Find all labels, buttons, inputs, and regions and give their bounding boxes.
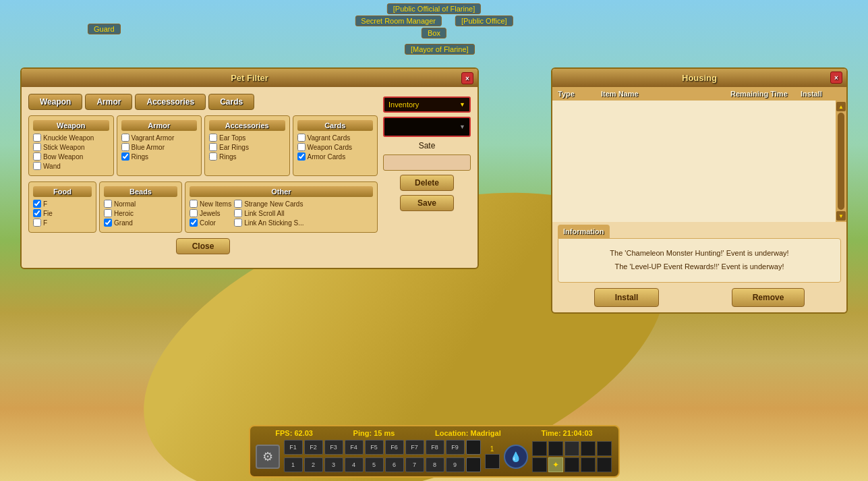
other-label-2: Jewels — [200, 210, 221, 217]
inv-slot-5[interactable] — [597, 441, 612, 456]
empty-input-bar[interactable] — [383, 154, 471, 171]
weapon-section: Weapon Knuckle Weapon Stick Weapon Bow W… — [28, 115, 114, 176]
inv-slot-9[interactable] — [597, 457, 612, 472]
category-tabs: Weapon Armor Accessories Cards — [28, 94, 378, 110]
weapon-item-2: Stick Weapon — [33, 143, 109, 151]
num5-btn[interactable]: 5 — [365, 457, 384, 472]
num3-btn[interactable]: 3 — [324, 457, 343, 472]
f2-btn[interactable]: F2 — [304, 440, 323, 455]
armor-check-2[interactable] — [121, 143, 129, 151]
food-check-1[interactable] — [33, 200, 41, 208]
public-official-label: [Public Official of Flarine] — [387, 3, 481, 14]
f4-btn[interactable]: F4 — [345, 440, 364, 455]
hotkey-slot-f[interactable] — [466, 440, 481, 455]
save-button[interactable]: Save — [400, 195, 454, 211]
armor-check-1[interactable] — [121, 134, 129, 142]
delete-button[interactable]: Delete — [400, 175, 454, 191]
other-check-6[interactable] — [234, 219, 242, 227]
cards-section: Cards Vagrant Cards Weapon Cards Armor C… — [293, 115, 378, 176]
beads-check-2[interactable] — [104, 209, 112, 217]
f3-btn[interactable]: F3 — [324, 440, 343, 455]
housing-close-button[interactable]: × — [830, 72, 842, 84]
other-check-3[interactable] — [190, 219, 198, 227]
pet-filter-close-btn[interactable]: Close — [176, 238, 230, 254]
weapon-check-2[interactable] — [33, 143, 41, 151]
food-check-2[interactable] — [33, 209, 41, 217]
other-check-1[interactable] — [190, 200, 198, 208]
num1-btn[interactable]: 1 — [284, 457, 303, 472]
pet-filter-close-button[interactable]: × — [461, 72, 473, 84]
bottom-sections: Food F Fie F — [28, 181, 378, 233]
install-button[interactable]: Install — [594, 288, 660, 307]
other-check-5[interactable] — [234, 209, 242, 217]
guard-label: Guard — [88, 24, 121, 36]
settings-icon[interactable]: ⚙ — [256, 445, 280, 469]
f7-btn[interactable]: F7 — [405, 440, 424, 455]
weapon-check-4[interactable] — [33, 162, 41, 170]
housing-list-area[interactable] — [552, 101, 846, 222]
food-header: Food — [33, 186, 92, 197]
f9-btn[interactable]: F9 — [446, 440, 465, 455]
cards-check-3[interactable] — [297, 152, 306, 161]
beads-check-3[interactable] — [104, 219, 112, 227]
scroll-down-arrow[interactable]: ▼ — [836, 211, 846, 221]
inv-slot-7[interactable] — [565, 457, 579, 472]
counter-slot[interactable] — [485, 454, 500, 469]
inv-slot-3[interactable] — [565, 441, 579, 456]
armor-check-3[interactable] — [121, 152, 129, 161]
num8-btn[interactable]: 8 — [426, 457, 444, 472]
status-bar: FPS: 62.03 Ping: 15 ms Location: Madriga… — [249, 425, 620, 478]
num2-btn[interactable]: 2 — [304, 457, 323, 472]
accessories-tab[interactable]: Accessories — [135, 94, 206, 110]
dark-input-field[interactable]: ▼ — [383, 117, 471, 137]
inv-slot-coin[interactable]: ✦ — [548, 457, 563, 472]
item-name-column-header: Item Name — [601, 90, 728, 98]
weapon-label-4: Wand — [43, 163, 61, 170]
accessories-check-3[interactable] — [209, 152, 217, 161]
other-label-5: Link Scroll All — [244, 210, 284, 217]
other-label-1: New Items — [200, 200, 231, 208]
cards-check-1[interactable] — [297, 134, 306, 142]
f1-btn[interactable]: F1 — [284, 440, 303, 455]
accessories-label-1: Ear Tops — [219, 134, 245, 142]
hotkey-slot-n[interactable] — [466, 457, 481, 472]
f5-btn[interactable]: F5 — [365, 440, 384, 455]
inv-slot-6[interactable] — [532, 457, 547, 472]
inv-slot-8[interactable] — [581, 457, 596, 472]
weapon-check-1[interactable] — [33, 134, 41, 142]
inv-slot-2[interactable] — [548, 441, 563, 456]
beads-item-1: Normal — [104, 200, 177, 208]
accessories-check-2[interactable] — [209, 143, 217, 151]
f8-btn[interactable]: F8 — [426, 440, 444, 455]
inv-slot-4[interactable] — [581, 441, 596, 456]
pet-filter-title-bar: Pet Filter × — [22, 69, 478, 87]
top-npc-labels: [Public Official of Flarine] Secret Room… — [355, 3, 513, 40]
inv-slot-1[interactable] — [532, 441, 547, 456]
other-check-4[interactable] — [234, 200, 242, 208]
num4-btn[interactable]: 4 — [345, 457, 364, 472]
accessories-check-1[interactable] — [209, 134, 217, 142]
beads-check-1[interactable] — [104, 200, 112, 208]
potion-icon[interactable]: 💧 — [504, 445, 528, 469]
food-label-2: Fie — [43, 210, 53, 217]
box-label: Box — [422, 28, 446, 38]
num9-btn[interactable]: 9 — [446, 457, 465, 472]
food-check-3[interactable] — [33, 219, 41, 227]
cards-item-1: Vagrant Cards — [297, 134, 374, 142]
remove-button[interactable]: Remove — [732, 288, 805, 307]
num6-btn[interactable]: 6 — [385, 457, 404, 472]
armor-tab[interactable]: Armor — [85, 94, 132, 110]
cards-tab[interactable]: Cards — [208, 94, 254, 110]
cards-check-2[interactable] — [297, 143, 306, 151]
dark-input-arrow: ▼ — [459, 123, 465, 130]
other-check-2[interactable] — [190, 209, 198, 217]
armor-header: Armor — [121, 120, 198, 131]
accessories-label-3: Rings — [219, 153, 237, 161]
scroll-up-arrow[interactable]: ▲ — [836, 102, 846, 111]
f6-btn[interactable]: F6 — [385, 440, 404, 455]
remaining-time-column-header: Remaining Time — [730, 90, 798, 98]
weapon-tab[interactable]: Weapon — [28, 94, 82, 110]
inventory-dropdown[interactable]: Inventory ▼ — [383, 96, 471, 113]
weapon-check-3[interactable] — [33, 152, 41, 161]
num7-btn[interactable]: 7 — [405, 457, 424, 472]
